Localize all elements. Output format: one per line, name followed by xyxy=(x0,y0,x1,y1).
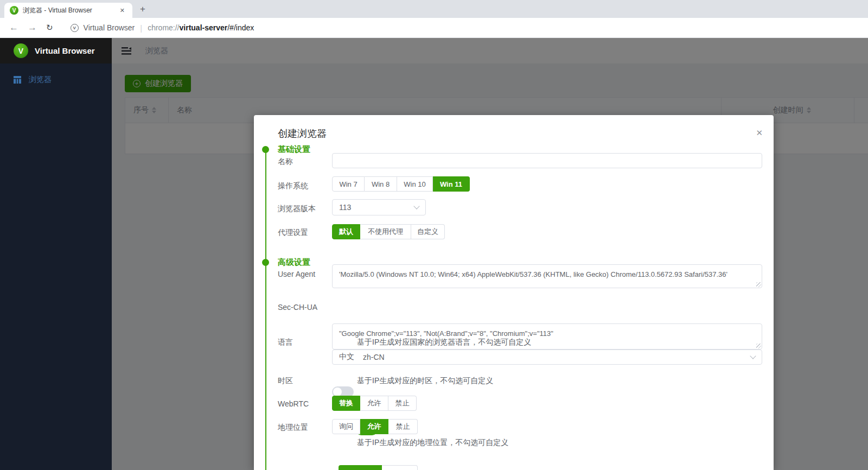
brand-header: V Virtual Browser xyxy=(0,38,112,63)
section-heading-advanced: 高级设置 xyxy=(278,257,310,268)
url-scheme: chrome:// xyxy=(148,23,179,32)
site-badge-icon: V xyxy=(71,24,79,32)
table-grid-icon xyxy=(14,76,21,84)
forward-icon[interactable]: → xyxy=(28,22,37,33)
language-label: 语言 xyxy=(278,338,330,347)
os-option-win10[interactable]: Win 10 xyxy=(397,176,433,192)
favicon-icon: V xyxy=(10,6,18,15)
create-browser-dialog: 创建浏览器 ✕ 基础设置 名称 操作系统 Win 7 Win 8 Win 10 … xyxy=(254,115,774,470)
language-select[interactable]: 中文 zh-CN xyxy=(332,350,762,365)
proxy-label: 代理设置 xyxy=(278,228,330,238)
geo-option-ask[interactable]: 询问 xyxy=(332,419,360,434)
webrtc-option-replace[interactable]: 替换 xyxy=(332,396,360,411)
user-agent-textarea[interactable]: 'Mozilla/5.0 (Windows NT 10.0; Win64; x6… xyxy=(332,264,762,288)
back-icon[interactable]: ← xyxy=(9,22,18,33)
brand-name: Virtual Browser xyxy=(35,46,95,55)
timeline-line xyxy=(265,149,266,470)
tab-bar: V 浏览器 - Virtual Browser ✕ + xyxy=(0,0,868,18)
proxy-button-group: 默认 不使用代理 自定义 xyxy=(332,224,445,239)
partial-button[interactable] xyxy=(382,465,418,470)
language-code: zh-CN xyxy=(363,353,751,361)
partial-selected-button[interactable] xyxy=(339,465,382,470)
proxy-option-custom[interactable]: 自定义 xyxy=(411,224,445,239)
section-heading-basic: 基础设置 xyxy=(278,144,310,155)
os-option-win7[interactable]: Win 7 xyxy=(332,176,365,192)
version-select[interactable]: 113 xyxy=(332,199,426,215)
close-icon[interactable]: ✕ xyxy=(756,128,763,138)
version-value: 113 xyxy=(339,203,414,212)
new-tab-button[interactable]: + xyxy=(137,3,149,15)
partial-button-group[interactable] xyxy=(339,465,418,470)
section-dot xyxy=(262,259,269,266)
os-label: 操作系统 xyxy=(278,181,330,191)
os-button-group: Win 7 Win 8 Win 10 Win 11 xyxy=(332,176,470,192)
geo-option-allow[interactable]: 允许 xyxy=(360,419,388,434)
geolocation-hint: 基于IP生成对应的地理位置，不勾选可自定义 xyxy=(357,438,508,448)
url-path: /#/index xyxy=(227,23,254,32)
address-bar[interactable]: chrome://virtual-server/#/index xyxy=(148,23,254,32)
sec-ch-ua-label: Sec-CH-UA xyxy=(278,303,330,312)
sidebar-item-browsers[interactable]: 浏览器 xyxy=(0,69,112,91)
chevron-down-icon xyxy=(413,203,419,209)
sidebar-item-label: 浏览器 xyxy=(29,75,52,85)
omnibox-site-label: Virtual Browser xyxy=(84,23,135,32)
name-label: 名称 xyxy=(278,157,330,167)
webrtc-option-forbid[interactable]: 禁止 xyxy=(388,396,417,411)
reload-icon[interactable]: ↻ xyxy=(46,23,53,33)
dialog-title: 创建浏览器 xyxy=(278,127,327,140)
browser-toolbar: ← → ↻ V Virtual Browser | chrome://virtu… xyxy=(0,18,868,38)
geo-option-forbid[interactable]: 禁止 xyxy=(388,419,418,434)
url-host: virtual-server xyxy=(180,23,228,32)
geolocation-button-group: 询问 允许 禁止 xyxy=(332,419,418,434)
section-dot xyxy=(262,146,269,153)
tab-close-icon[interactable]: ✕ xyxy=(118,6,127,15)
geolocation-label: 地理位置 xyxy=(278,423,330,433)
omnibox-separator: | xyxy=(140,23,142,33)
chevron-down-icon xyxy=(750,353,756,359)
timezone-label: 时区 xyxy=(278,376,330,386)
tab-title: 浏览器 - Virtual Browser xyxy=(23,6,118,15)
os-option-win8[interactable]: Win 8 xyxy=(365,176,397,192)
name-input[interactable] xyxy=(332,153,762,168)
version-label: 浏览器版本 xyxy=(278,204,330,214)
user-agent-label: User Agent xyxy=(278,270,330,278)
browser-tab[interactable]: V 浏览器 - Virtual Browser ✕ xyxy=(4,3,132,18)
brand-logo-icon: V xyxy=(14,43,28,58)
os-option-win11[interactable]: Win 11 xyxy=(433,176,470,192)
webrtc-option-allow[interactable]: 允许 xyxy=(360,396,388,411)
language-value: 中文 xyxy=(339,352,354,362)
proxy-option-default[interactable]: 默认 xyxy=(332,224,360,239)
webrtc-button-group: 替换 允许 禁止 xyxy=(332,396,417,411)
user-agent-field-wrap: 'Mozilla/5.0 (Windows NT 10.0; Win64; x6… xyxy=(332,264,762,288)
sidebar: V Virtual Browser 浏览器 xyxy=(0,38,112,470)
language-hint: 基于IP生成对应国家的浏览器语言，不勾选可自定义 xyxy=(357,338,531,347)
proxy-option-none[interactable]: 不使用代理 xyxy=(360,224,411,239)
webrtc-label: WebRTC xyxy=(278,399,330,408)
timezone-hint: 基于IP生成对应的时区，不勾选可自定义 xyxy=(357,376,493,386)
